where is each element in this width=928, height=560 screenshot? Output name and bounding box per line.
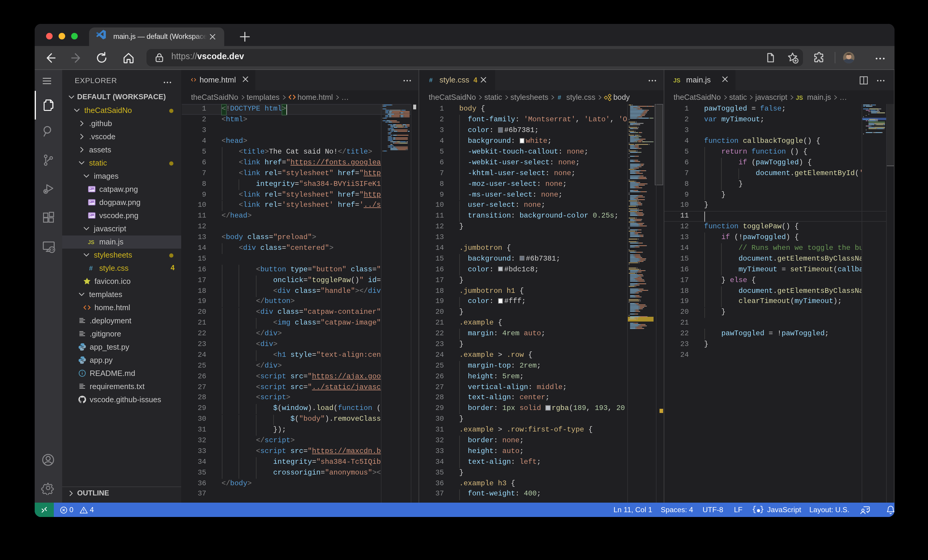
svg-text:JS: JS <box>88 239 95 245</box>
svg-text:#: # <box>89 265 93 272</box>
svg-text:#: # <box>429 77 433 84</box>
svg-text:#: # <box>557 94 561 101</box>
svg-text:JS: JS <box>795 94 803 101</box>
svg-text:JS: JS <box>673 77 680 84</box>
